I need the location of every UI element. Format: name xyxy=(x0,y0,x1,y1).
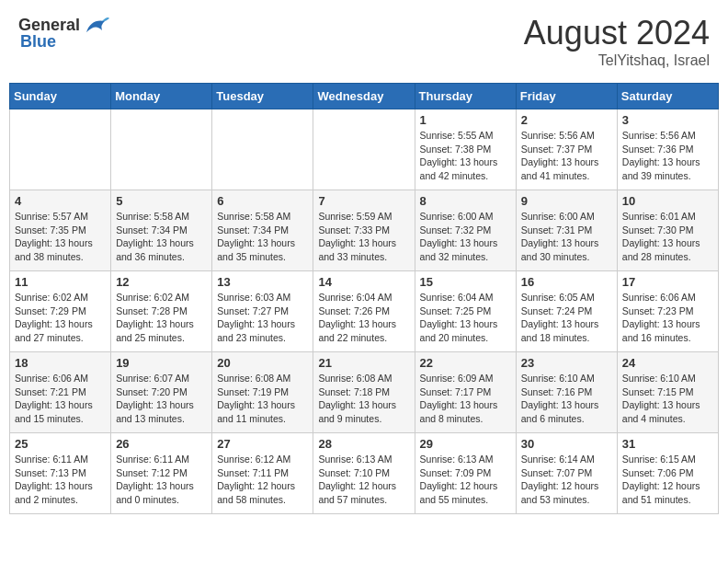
col-saturday: Saturday xyxy=(617,84,718,109)
logo: General Blue xyxy=(18,14,109,52)
month-year-title: August 2024 xyxy=(524,14,710,52)
day-number: 21 xyxy=(318,356,409,370)
day-info: Sunrise: 5:57 AMSunset: 7:35 PMDaylight:… xyxy=(15,210,106,264)
day-number: 29 xyxy=(420,437,511,451)
day-number: 28 xyxy=(318,437,409,451)
day-info: Sunrise: 6:00 AMSunset: 7:32 PMDaylight:… xyxy=(420,210,511,264)
day-info: Sunrise: 6:00 AMSunset: 7:31 PMDaylight:… xyxy=(521,210,612,264)
day-info: Sunrise: 6:10 AMSunset: 7:15 PMDaylight:… xyxy=(622,372,713,426)
day-info: Sunrise: 6:15 AMSunset: 7:06 PMDaylight:… xyxy=(622,453,713,507)
day-number: 23 xyxy=(521,356,612,370)
day-info: Sunrise: 6:10 AMSunset: 7:16 PMDaylight:… xyxy=(521,372,612,426)
table-row: 28Sunrise: 6:13 AMSunset: 7:10 PMDayligh… xyxy=(313,433,415,514)
day-number: 18 xyxy=(15,356,106,370)
table-row: 15Sunrise: 6:04 AMSunset: 7:25 PMDayligh… xyxy=(415,271,516,352)
table-row xyxy=(212,109,313,190)
day-info: Sunrise: 6:08 AMSunset: 7:18 PMDaylight:… xyxy=(318,372,409,426)
table-row: 20Sunrise: 6:08 AMSunset: 7:19 PMDayligh… xyxy=(212,352,313,433)
day-info: Sunrise: 6:09 AMSunset: 7:17 PMDaylight:… xyxy=(420,372,511,426)
table-row xyxy=(313,109,415,190)
header-row: Sunday Monday Tuesday Wednesday Thursday… xyxy=(10,84,719,109)
col-thursday: Thursday xyxy=(415,84,516,109)
table-row: 11Sunrise: 6:02 AMSunset: 7:29 PMDayligh… xyxy=(10,271,111,352)
logo-bird-icon xyxy=(82,14,109,37)
table-row: 25Sunrise: 6:11 AMSunset: 7:13 PMDayligh… xyxy=(10,433,111,514)
table-row: 19Sunrise: 6:07 AMSunset: 7:20 PMDayligh… xyxy=(111,352,212,433)
calendar-week-row: 4Sunrise: 5:57 AMSunset: 7:35 PMDaylight… xyxy=(10,190,719,271)
day-info: Sunrise: 6:06 AMSunset: 7:23 PMDaylight:… xyxy=(622,291,713,345)
day-info: Sunrise: 6:06 AMSunset: 7:21 PMDaylight:… xyxy=(15,372,106,426)
day-number: 24 xyxy=(622,356,713,370)
table-row: 17Sunrise: 6:06 AMSunset: 7:23 PMDayligh… xyxy=(617,271,718,352)
location-subtitle: TelYitshaq, Israel xyxy=(524,52,710,69)
table-row: 30Sunrise: 6:14 AMSunset: 7:07 PMDayligh… xyxy=(516,433,617,514)
day-number: 15 xyxy=(420,275,511,289)
day-number: 19 xyxy=(116,356,207,370)
day-info: Sunrise: 6:08 AMSunset: 7:19 PMDaylight:… xyxy=(217,372,308,426)
table-row: 7Sunrise: 5:59 AMSunset: 7:33 PMDaylight… xyxy=(313,190,415,271)
day-number: 10 xyxy=(622,194,713,208)
table-row: 12Sunrise: 6:02 AMSunset: 7:28 PMDayligh… xyxy=(111,271,212,352)
table-row: 4Sunrise: 5:57 AMSunset: 7:35 PMDaylight… xyxy=(10,190,111,271)
table-row: 23Sunrise: 6:10 AMSunset: 7:16 PMDayligh… xyxy=(516,352,617,433)
day-number: 5 xyxy=(116,194,207,208)
table-row xyxy=(10,109,111,190)
table-row: 8Sunrise: 6:00 AMSunset: 7:32 PMDaylight… xyxy=(415,190,516,271)
day-number: 14 xyxy=(318,275,409,289)
table-row xyxy=(111,109,212,190)
day-number: 12 xyxy=(116,275,207,289)
day-number: 7 xyxy=(318,194,409,208)
calendar-table: Sunday Monday Tuesday Wednesday Thursday… xyxy=(9,83,719,514)
day-info: Sunrise: 6:11 AMSunset: 7:13 PMDaylight:… xyxy=(15,453,106,507)
table-row: 10Sunrise: 6:01 AMSunset: 7:30 PMDayligh… xyxy=(617,190,718,271)
day-info: Sunrise: 6:04 AMSunset: 7:26 PMDaylight:… xyxy=(318,291,409,345)
page-header: General Blue August 2024 TelYitshaq, Isr… xyxy=(9,9,719,74)
day-info: Sunrise: 6:07 AMSunset: 7:20 PMDaylight:… xyxy=(116,372,207,426)
col-sunday: Sunday xyxy=(10,84,111,109)
day-number: 9 xyxy=(521,194,612,208)
col-wednesday: Wednesday xyxy=(313,84,415,109)
table-row: 29Sunrise: 6:13 AMSunset: 7:09 PMDayligh… xyxy=(415,433,516,514)
table-row: 26Sunrise: 6:11 AMSunset: 7:12 PMDayligh… xyxy=(111,433,212,514)
day-info: Sunrise: 6:04 AMSunset: 7:25 PMDaylight:… xyxy=(420,291,511,345)
day-number: 22 xyxy=(420,356,511,370)
day-info: Sunrise: 5:56 AMSunset: 7:37 PMDaylight:… xyxy=(521,129,612,183)
col-monday: Monday xyxy=(111,84,212,109)
day-number: 20 xyxy=(217,356,308,370)
day-number: 27 xyxy=(217,437,308,451)
table-row: 16Sunrise: 6:05 AMSunset: 7:24 PMDayligh… xyxy=(516,271,617,352)
day-number: 13 xyxy=(217,275,308,289)
day-info: Sunrise: 5:58 AMSunset: 7:34 PMDaylight:… xyxy=(116,210,207,264)
day-info: Sunrise: 6:12 AMSunset: 7:11 PMDaylight:… xyxy=(217,453,308,507)
day-info: Sunrise: 6:01 AMSunset: 7:30 PMDaylight:… xyxy=(622,210,713,264)
day-number: 1 xyxy=(420,113,511,127)
col-friday: Friday xyxy=(516,84,617,109)
calendar-week-row: 18Sunrise: 6:06 AMSunset: 7:21 PMDayligh… xyxy=(10,352,719,433)
day-info: Sunrise: 6:05 AMSunset: 7:24 PMDaylight:… xyxy=(521,291,612,345)
day-number: 25 xyxy=(15,437,106,451)
day-info: Sunrise: 5:58 AMSunset: 7:34 PMDaylight:… xyxy=(217,210,308,264)
day-info: Sunrise: 5:59 AMSunset: 7:33 PMDaylight:… xyxy=(318,210,409,264)
title-block: August 2024 TelYitshaq, Israel xyxy=(524,14,710,69)
day-number: 6 xyxy=(217,194,308,208)
day-info: Sunrise: 6:11 AMSunset: 7:12 PMDaylight:… xyxy=(116,453,207,507)
day-info: Sunrise: 6:02 AMSunset: 7:29 PMDaylight:… xyxy=(15,291,106,345)
col-tuesday: Tuesday xyxy=(212,84,313,109)
day-number: 2 xyxy=(521,113,612,127)
table-row: 2Sunrise: 5:56 AMSunset: 7:37 PMDaylight… xyxy=(516,109,617,190)
logo-blue-text: Blue xyxy=(20,32,56,52)
day-number: 17 xyxy=(622,275,713,289)
day-number: 30 xyxy=(521,437,612,451)
day-number: 16 xyxy=(521,275,612,289)
calendar-week-row: 25Sunrise: 6:11 AMSunset: 7:13 PMDayligh… xyxy=(10,433,719,514)
day-info: Sunrise: 6:03 AMSunset: 7:27 PMDaylight:… xyxy=(217,291,308,345)
calendar-week-row: 1Sunrise: 5:55 AMSunset: 7:38 PMDaylight… xyxy=(10,109,719,190)
day-number: 11 xyxy=(15,275,106,289)
table-row: 9Sunrise: 6:00 AMSunset: 7:31 PMDaylight… xyxy=(516,190,617,271)
day-number: 4 xyxy=(15,194,106,208)
table-row: 31Sunrise: 6:15 AMSunset: 7:06 PMDayligh… xyxy=(617,433,718,514)
table-row: 1Sunrise: 5:55 AMSunset: 7:38 PMDaylight… xyxy=(415,109,516,190)
day-info: Sunrise: 6:14 AMSunset: 7:07 PMDaylight:… xyxy=(521,453,612,507)
day-number: 26 xyxy=(116,437,207,451)
day-info: Sunrise: 5:55 AMSunset: 7:38 PMDaylight:… xyxy=(420,129,511,183)
